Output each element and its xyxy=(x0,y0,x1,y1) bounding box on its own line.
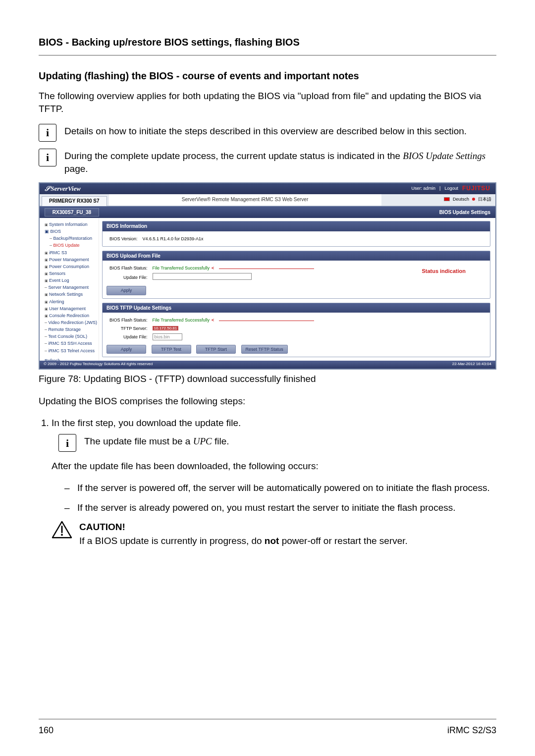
screenshot-figure: 𝒮 ServerView User: admin | Logout FUJITS… xyxy=(39,182,496,370)
sv-footer-right: 22-Mar-2012 16:43:04 xyxy=(452,362,491,367)
page-number: 160 xyxy=(39,724,54,736)
steps-intro: Updating the BIOS comprises the followin… xyxy=(39,395,496,408)
nav-net[interactable]: Network Settings xyxy=(42,291,97,298)
tftp-reset-button[interactable]: Reset TFTP Status xyxy=(241,345,288,354)
nav-alerting[interactable]: Alerting xyxy=(42,298,97,305)
sv-user-label: User: admin xyxy=(412,185,436,191)
doc-title-footer: iRMC S2/S3 xyxy=(447,724,496,736)
flash-status-value: File Transferred Successfully xyxy=(153,266,210,270)
crumb-host: RX300S7_FU_38 xyxy=(45,208,99,217)
arrow-annotation: < xyxy=(210,318,214,323)
tftp-server-label: TFTP Server: xyxy=(107,324,150,332)
arrow-annotation: < xyxy=(210,266,214,270)
nav-sensors[interactable]: Sensors xyxy=(42,270,97,277)
step1-after: After the update file has been downloade… xyxy=(52,460,496,473)
tftp-flash-status-value: File Transferred Successfully xyxy=(153,318,210,323)
tftp-apply-button[interactable]: Apply xyxy=(107,345,146,354)
dash-2: If the server is already powered on, you… xyxy=(64,501,496,514)
section-heading: Updating (flashing) the BIOS - course of… xyxy=(39,69,496,83)
tftp-file-label: Update File: xyxy=(107,333,150,341)
nav-pwr-mgmt[interactable]: Power Management xyxy=(42,256,97,263)
sv-tab[interactable]: PRIMERGY RX300 S7 xyxy=(42,196,107,206)
fujitsu-logo: FUJITSU xyxy=(462,184,490,192)
info-text-2: During the complete update process, the … xyxy=(64,149,496,175)
tftp-file-input[interactable]: bios.bin xyxy=(153,333,182,340)
tftp-flash-status-label: BIOS Flash Status: xyxy=(107,317,150,324)
step1-info: The update file must be a UPC file. xyxy=(84,434,229,448)
nav-ssh[interactable]: iRMC S3 SSH Access xyxy=(42,340,97,347)
crumb-page: BIOS Update Settings xyxy=(439,209,490,216)
lang-jp[interactable]: 日本語 xyxy=(478,196,491,202)
nav-video[interactable]: Video Redirection (JWS) xyxy=(42,319,97,326)
flash-status-label: BIOS Flash Status: xyxy=(107,265,150,271)
sv-brand: 𝒮 ServerView xyxy=(45,184,81,193)
nav-telnet[interactable]: iRMC S3 Telnet Access xyxy=(42,347,97,354)
panel-tftp: BIOS TFTP Update Settings BIOS Flash Sta… xyxy=(102,303,490,358)
intro-paragraph: The following overview applies for both … xyxy=(39,90,496,115)
nav-console[interactable]: Console Redirection xyxy=(42,312,97,319)
dot-icon[interactable] xyxy=(472,198,475,201)
nav-bios[interactable]: ▣ BIOS xyxy=(42,228,97,235)
nav-user-mgmt[interactable]: User Management xyxy=(42,305,97,312)
sv-nav: System Information ▣ BIOS Backup/Restora… xyxy=(40,218,99,361)
update-file-input[interactable] xyxy=(153,273,252,280)
sv-brand-text: ServerView xyxy=(51,185,81,192)
flag-icon[interactable] xyxy=(444,197,450,201)
nav-irmc[interactable]: iRMC S3 xyxy=(42,249,97,256)
info-text-2-em: BIOS Update Settings xyxy=(403,151,485,161)
tftp-start-button[interactable]: TFTP Start xyxy=(196,345,236,354)
nav-refresh[interactable]: Refresh xyxy=(42,357,97,361)
nav-srv-mgmt[interactable]: Server Management xyxy=(42,284,97,291)
dash-1: If the server is powered off, the server… xyxy=(64,482,496,494)
nav-txt-console[interactable]: Text Console (SOL) xyxy=(42,333,97,340)
tftp-test-button[interactable]: TFTP Test xyxy=(152,345,191,354)
caution-icon xyxy=(52,521,72,540)
info-text-1: Details on how to initiate the steps des… xyxy=(64,124,467,138)
lang-deutsch[interactable]: Deutsch xyxy=(453,196,469,202)
panel-upload-header: BIOS Upload From File xyxy=(103,251,490,261)
info-text-2b: page. xyxy=(64,163,88,174)
update-file-label: Update File: xyxy=(107,272,150,282)
apply-button[interactable]: Apply xyxy=(107,286,146,295)
status-indication-label: Status indication xyxy=(422,268,466,275)
sv-logout-link[interactable]: Logout xyxy=(444,185,458,191)
caution-heading: CAUTION! xyxy=(79,521,408,534)
nav-storage[interactable]: Remote Storage xyxy=(42,326,97,333)
nav-bios-update[interactable]: BIOS Update xyxy=(42,242,97,249)
bios-version-label: BIOS Version: xyxy=(107,235,140,242)
info-icon xyxy=(58,434,76,452)
svg-point-2 xyxy=(61,534,63,536)
info-text-2a: During the complete update process, the … xyxy=(64,151,403,161)
sv-footer-left: © 2009 - 2012 Fujitsu Technology Solutio… xyxy=(44,362,153,367)
nav-evt-log[interactable]: Event Log xyxy=(42,277,97,284)
nav-sys-info[interactable]: System Information xyxy=(42,221,97,228)
caution-text: If a BIOS update is currently in progres… xyxy=(79,535,408,547)
sv-subheader: ServerView® Remote Management iRMC S3 We… xyxy=(109,194,381,206)
panel-bios-info-header: BIOS Information xyxy=(103,221,490,231)
info-icon xyxy=(39,124,56,142)
nav-backup[interactable]: Backup/Restoration xyxy=(42,235,97,242)
step-1: In the first step, you download the upda… xyxy=(52,417,496,430)
panel-bios-info: BIOS Information BIOS Version: V4.6.5.1 … xyxy=(102,221,490,247)
info-icon xyxy=(39,149,56,166)
panel-tftp-header: BIOS TFTP Update Settings xyxy=(103,303,490,313)
bios-version-value: V4.6.5.1 R1.4.0 for D2939-A1x xyxy=(141,235,206,242)
figure-caption: Figure 78: Updating BIOS - (TFTP) downlo… xyxy=(39,373,496,385)
tftp-server-value[interactable]: 10.172.50.81 xyxy=(153,326,179,330)
nav-pwr-cons[interactable]: Power Consumption xyxy=(42,263,97,270)
page-header: BIOS - Backing up/restore BIOS settings,… xyxy=(39,36,496,49)
